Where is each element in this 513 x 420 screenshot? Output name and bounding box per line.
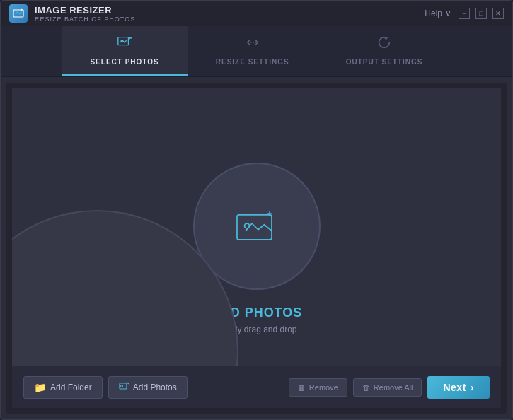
maximize-button[interactable]: □ (475, 8, 487, 19)
titlebar: IMAGE RESIZER RESIZE BATCH OF PHOTOS Hel… (1, 1, 512, 26)
resize-settings-icon (245, 35, 260, 54)
tab-resize-settings[interactable]: RESIZE SETTINGS (188, 26, 318, 76)
tab-output-settings-label: OUTPUT SETTINGS (346, 58, 423, 66)
window-controls: − □ ✕ (459, 8, 504, 19)
bottom-left-buttons: 📁 Add Folder Add Photos (23, 376, 188, 399)
add-photos-label: Add Photos (133, 383, 177, 392)
tab-select-photos[interactable]: SELECT PHOTOS (62, 26, 187, 76)
app-window: IMAGE RESIZER RESIZE BATCH OF PHOTOS Hel… (0, 0, 513, 420)
remove-icon: 🗑 (298, 383, 306, 392)
svg-point-1 (16, 12, 17, 13)
help-button[interactable]: Help ∨ (425, 8, 451, 18)
bottom-right-buttons: 🗑 Remove 🗑 Remove All Next › (289, 376, 490, 399)
add-photos-icon (119, 382, 129, 392)
next-chevron-icon: › (471, 382, 474, 393)
next-label: Next (443, 382, 466, 393)
svg-rect-0 (13, 10, 23, 17)
next-button[interactable]: Next › (427, 376, 490, 399)
remove-all-icon: 🗑 (362, 383, 370, 392)
minimize-button[interactable]: − (459, 8, 470, 19)
help-chevron-icon: ∨ (445, 8, 451, 18)
select-photos-icon (117, 35, 132, 54)
app-subtitle: RESIZE BATCH OF PHOTOS (35, 16, 135, 23)
svg-point-8 (244, 223, 249, 228)
add-photos-button[interactable]: Add Photos (108, 376, 188, 399)
tab-output-settings[interactable]: OUTPUT SETTINGS (318, 26, 451, 76)
close-button[interactable]: ✕ (492, 8, 504, 19)
app-icon (9, 4, 28, 23)
remove-label: Remove (309, 383, 338, 392)
add-folder-button[interactable]: 📁 Add Folder (23, 376, 103, 399)
remove-all-label: Remove All (374, 383, 413, 392)
titlebar-left: IMAGE RESIZER RESIZE BATCH OF PHOTOS (9, 4, 135, 23)
tab-select-photos-label: SELECT PHOTOS (90, 58, 158, 66)
app-title-block: IMAGE RESIZER RESIZE BATCH OF PHOTOS (35, 5, 135, 23)
main-content: + ADD PHOTOS Simply drag and drop 📁 Add … (6, 83, 507, 414)
remove-all-button[interactable]: 🗑 Remove All (353, 378, 422, 397)
remove-button[interactable]: 🗑 Remove (289, 378, 347, 397)
help-label: Help (425, 8, 442, 18)
app-title: IMAGE RESIZER (35, 5, 135, 16)
svg-point-11 (120, 385, 122, 387)
nav-tabs: SELECT PHOTOS RESIZE SETTINGS OUTPUT SE (1, 26, 512, 77)
svg-text:+: + (267, 208, 272, 219)
svg-point-4 (120, 40, 122, 42)
folder-icon: 📁 (34, 382, 46, 393)
tab-resize-settings-label: RESIZE SETTINGS (216, 58, 289, 66)
bottom-toolbar: 📁 Add Folder Add Photos 🗑 (12, 366, 501, 408)
output-settings-icon (376, 35, 392, 54)
titlebar-right: Help ∨ − □ ✕ (425, 8, 504, 19)
add-folder-label: Add Folder (50, 383, 92, 392)
